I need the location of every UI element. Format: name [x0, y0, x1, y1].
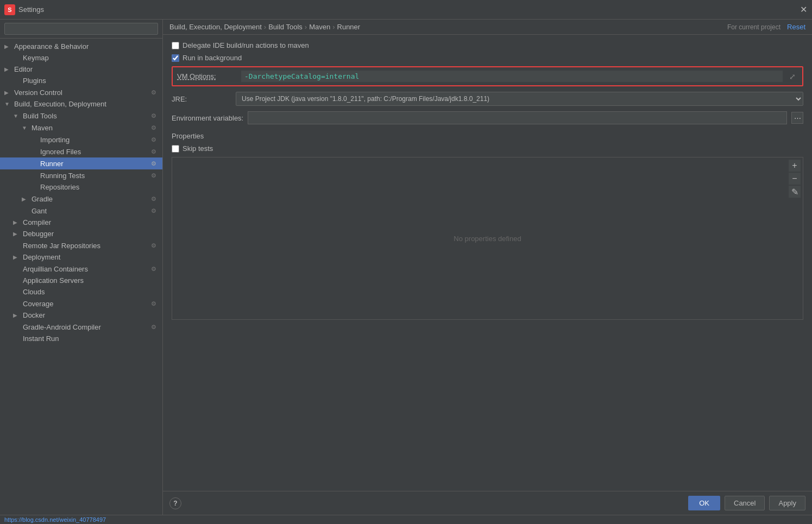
sidebar-item-importing[interactable]: Importing ⚙	[0, 134, 162, 146]
window-title: Settings	[18, 5, 44, 14]
sidebar-item-label: Maven	[32, 124, 149, 132]
sidebar-item-label: Instant Run	[23, 334, 158, 343]
sidebar-item-plugins[interactable]: Plugins	[0, 75, 162, 86]
properties-toolbar: + − ✎	[786, 157, 803, 200]
apply-button[interactable]: Apply	[769, 496, 805, 510]
breadcrumb-sep: ›	[305, 23, 307, 31]
arrow-icon: ▶	[13, 231, 22, 237]
sidebar-item-label: Build Tools	[23, 112, 149, 120]
sidebar-item-runner[interactable]: Runner ⚙	[0, 157, 162, 169]
close-button[interactable]: ✕	[799, 5, 808, 14]
jre-select[interactable]: Use Project JDK (java version "1.8.0_211…	[236, 92, 803, 106]
skip-tests-checkbox[interactable]	[172, 145, 179, 153]
sidebar-item-maven[interactable]: ▼ Maven ⚙	[0, 122, 162, 134]
arrow-icon: ▼	[13, 113, 22, 119]
env-edit-button[interactable]: ⋯	[791, 112, 803, 124]
sidebar-item-app-servers[interactable]: Application Servers	[0, 275, 162, 286]
vm-options-input[interactable]	[241, 71, 783, 82]
sidebar-item-debugger[interactable]: ▶ Debugger	[0, 228, 162, 239]
breadcrumb: Build, Execution, Deployment › Build Too…	[169, 23, 360, 31]
arrow-icon: ▶	[13, 312, 22, 318]
reset-button[interactable]: Reset	[787, 23, 805, 31]
expand-icon[interactable]: ⤢	[787, 71, 798, 82]
sidebar-item-ignored-files[interactable]: Ignored Files ⚙	[0, 146, 162, 157]
nav-tree: ▶ Appearance & Behavior Keymap ▶ Editor …	[0, 39, 162, 515]
no-properties-text: No properties defined	[172, 157, 803, 319]
status-bar: https://blog.csdn.net/weixin_40778497	[0, 515, 812, 524]
sidebar-item-clouds[interactable]: Clouds	[0, 286, 162, 298]
env-label: Environment variables:	[172, 114, 243, 122]
app-icon: S	[4, 4, 15, 15]
title-bar-controls: ✕	[799, 5, 808, 14]
edit-property-button[interactable]: ✎	[789, 186, 801, 198]
sidebar-item-label: Deployment	[23, 253, 158, 261]
skip-tests-checkbox-row: Skip tests	[172, 144, 803, 153]
breadcrumb-item-maven: Maven	[309, 23, 330, 31]
run-background-checkbox[interactable]	[172, 54, 179, 62]
delegate-checkbox[interactable]	[172, 42, 179, 49]
sidebar-item-build-exec[interactable]: ▼ Build, Execution, Deployment	[0, 98, 162, 110]
bottom-bar-right: OK Cancel Apply	[688, 496, 805, 510]
sidebar-item-label: Gradle-Android Compiler	[23, 323, 149, 331]
for-current-project: For current project	[727, 23, 780, 31]
breadcrumb-bar: Build, Execution, Deployment › Build Too…	[163, 20, 812, 35]
sidebar-item-docker[interactable]: ▶ Docker	[0, 310, 162, 321]
bottom-bar-left: ?	[169, 497, 181, 509]
edit-icon: ⚙	[149, 241, 158, 250]
ok-button[interactable]: OK	[688, 496, 720, 510]
sidebar-item-deployment[interactable]: ▶ Deployment	[0, 251, 162, 263]
sidebar-item-version-control[interactable]: ▶ Version Control ⚙	[0, 86, 162, 98]
sidebar-item-running-tests[interactable]: Running Tests ⚙	[0, 169, 162, 181]
sidebar-item-instant-run[interactable]: Instant Run	[0, 333, 162, 344]
sidebar-item-gant[interactable]: Gant ⚙	[0, 205, 162, 217]
edit-icon: ⚙	[149, 147, 158, 156]
sidebar-item-label: Compiler	[23, 218, 158, 226]
sidebar-item-compiler[interactable]: ▶ Compiler	[0, 217, 162, 228]
delegate-label: Delegate IDE build/run actions to maven	[182, 41, 309, 49]
sidebar-item-coverage[interactable]: Coverage ⚙	[0, 298, 162, 310]
sidebar-item-keymap[interactable]: Keymap	[0, 52, 162, 64]
env-input[interactable]	[248, 111, 787, 124]
properties-title: Properties	[172, 132, 803, 140]
sidebar-item-appearance[interactable]: ▶ Appearance & Behavior	[0, 41, 162, 52]
run-background-checkbox-row: Run in background	[172, 54, 803, 62]
sidebar-item-label: Ignored Files	[40, 148, 149, 156]
panel-content: Delegate IDE build/run actions to maven …	[163, 35, 812, 491]
sidebar-item-label: Arquillian Containers	[23, 265, 149, 273]
edit-icon: ⚙	[149, 194, 158, 203]
edit-icon: ⚙	[149, 88, 158, 97]
edit-icon: ⚙	[149, 171, 158, 180]
sidebar-item-remote-jar[interactable]: Remote Jar Repositories ⚙	[0, 239, 162, 251]
sidebar-item-gradle-android[interactable]: Gradle-Android Compiler ⚙	[0, 321, 162, 333]
sidebar: ▶ Appearance & Behavior Keymap ▶ Editor …	[0, 20, 163, 515]
cancel-button[interactable]: Cancel	[725, 496, 765, 510]
sidebar-item-repositories[interactable]: Repositories	[0, 181, 162, 193]
sidebar-item-label: Importing	[40, 136, 149, 144]
sidebar-item-label: Version Control	[14, 89, 149, 97]
sidebar-item-label: Coverage	[23, 300, 149, 308]
breadcrumb-sep: ›	[264, 23, 266, 31]
sidebar-item-arquillian[interactable]: Arquillian Containers ⚙	[0, 263, 162, 275]
sidebar-item-label: Running Tests	[40, 172, 149, 180]
properties-area: + − ✎ No properties defined	[172, 157, 803, 320]
sidebar-item-build-tools[interactable]: ▼ Build Tools ⚙	[0, 110, 162, 122]
arrow-icon: ▶	[4, 66, 13, 72]
sidebar-item-label: Appearance & Behavior	[14, 42, 158, 50]
breadcrumb-item-build: Build, Execution, Deployment	[169, 23, 262, 31]
remove-property-button[interactable]: −	[789, 173, 801, 185]
arrow-icon: ▶	[4, 43, 13, 49]
sidebar-item-label: Keymap	[23, 54, 158, 62]
title-bar: S Settings ✕	[0, 0, 812, 20]
search-input[interactable]	[4, 23, 158, 35]
delegate-checkbox-row: Delegate IDE build/run actions to maven	[172, 41, 803, 49]
sidebar-item-label: Clouds	[23, 288, 158, 296]
sidebar-item-editor[interactable]: ▶ Editor	[0, 64, 162, 75]
sidebar-item-gradle[interactable]: ▶ Gradle ⚙	[0, 193, 162, 205]
vm-options-label: VM Options:	[177, 72, 237, 80]
arrow-icon: ▼	[4, 101, 13, 107]
help-button[interactable]: ?	[169, 497, 181, 509]
edit-icon: ⚙	[149, 111, 158, 120]
right-panel: Build, Execution, Deployment › Build Too…	[163, 20, 812, 515]
arrow-icon: ▶	[13, 219, 22, 225]
add-property-button[interactable]: +	[789, 160, 801, 172]
